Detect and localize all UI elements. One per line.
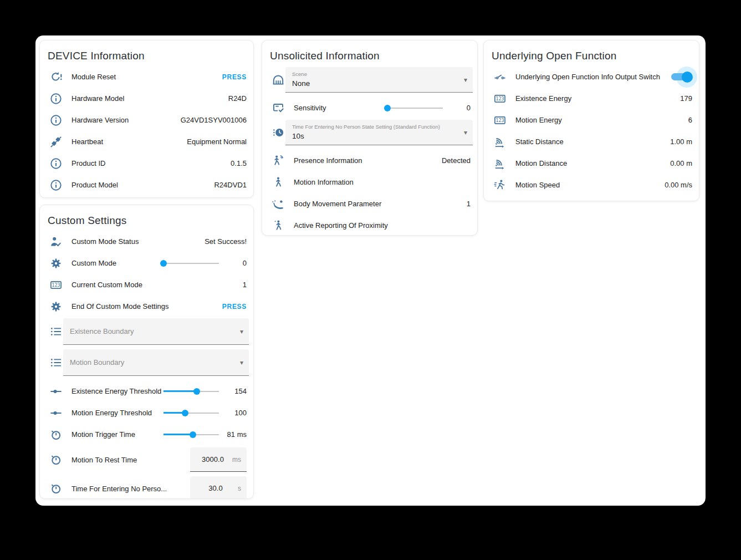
list-bulleted-icon	[49, 356, 63, 369]
unsolicited-information-title: Unsolicited Information	[262, 40, 477, 66]
motion-energy-threshold-slider[interactable]	[163, 409, 219, 417]
custom-mode-slider[interactable]	[163, 259, 219, 267]
existence-boundary-select[interactable]: Existence Boundary ▾	[63, 318, 249, 345]
motion-distance-row: Motion Distance 0.00 m	[484, 152, 699, 174]
motion-distance-value: 0.00 m	[670, 159, 692, 167]
motion-energy-threshold-row: Motion Energy Threshold 100	[40, 402, 253, 424]
underlying-open-function-card: Underlying Open Function Underlying Open…	[483, 40, 699, 201]
numeric-icon	[49, 278, 63, 292]
signal-distance-icon	[493, 135, 507, 149]
underlying-switch-label: Underlying Open Function Info Output Swi…	[515, 73, 667, 81]
product-model-label: Product Model	[71, 181, 214, 189]
motion-energy-label: Motion Energy	[515, 116, 688, 124]
presence-information-row: Presence Information Detected	[262, 150, 477, 171]
end-of-custom-mode-press-button[interactable]: PRESS	[222, 303, 247, 310]
motion-boundary-placeholder: Motion Boundary	[70, 358, 124, 366]
clock-dots-icon	[272, 126, 285, 139]
motion-energy-threshold-label: Motion Energy Threshold	[71, 409, 163, 417]
product-model-value: R24DVD1	[214, 181, 247, 189]
motion-to-rest-time-input[interactable]	[196, 455, 230, 464]
account-check-icon	[49, 235, 63, 248]
timer-icon	[49, 428, 63, 441]
body-movement-parameter-label: Body Movement Parameter	[294, 200, 467, 208]
custom-mode-status-label: Custom Mode Status	[71, 237, 205, 246]
chevron-down-icon: ▾	[240, 359, 243, 366]
electric-switch-icon	[493, 70, 507, 84]
motion-speed-value: 0.00 m/s	[665, 181, 692, 189]
sensitivity-label: Sensitivity	[294, 104, 387, 112]
custom-mode-label: Custom Mode	[71, 259, 163, 267]
slider-icon	[49, 385, 63, 398]
motion-information-row: Motion Information	[262, 171, 477, 193]
presence-information-label: Presence Information	[294, 156, 442, 165]
motion-energy-value: 6	[688, 116, 692, 124]
device-information-title: DEVICE Information	[40, 40, 253, 66]
motion-speed-row: Motion Speed 0.00 m/s	[484, 174, 699, 196]
gear-icon	[49, 300, 63, 313]
hardware-model-row: Hardware Model R24D	[40, 88, 253, 109]
existence-energy-threshold-slider[interactable]	[163, 388, 219, 395]
time-entering-no-person-label: Time For Entering No Perso...	[71, 485, 190, 493]
scene-select[interactable]: Scene None ▾	[285, 67, 473, 93]
info-icon	[49, 179, 63, 192]
product-model-row: Product Model R24DVD1	[40, 174, 253, 196]
motion-trigger-time-row: Motion Trigger Time 81 ms	[40, 424, 253, 445]
motion-to-rest-time-field: ms	[190, 447, 247, 472]
slider-icon	[49, 406, 63, 420]
hardware-version-label: Hardware Version	[71, 116, 181, 124]
static-distance-row: Static Distance 1.00 m	[484, 131, 699, 152]
time-entering-no-person-field: s	[190, 476, 247, 499]
motion-to-rest-time-unit: ms	[232, 456, 241, 464]
walk-proximity-icon	[272, 219, 285, 232]
module-reset-press-button[interactable]: PRESS	[222, 73, 247, 81]
product-id-label: Product ID	[71, 159, 231, 167]
active-reporting-proximity-label: Active Reporting Of Proximity	[294, 221, 471, 230]
current-custom-mode-value: 1	[243, 281, 247, 289]
restart-alert-icon	[49, 70, 63, 84]
gear-icon	[49, 257, 63, 270]
time-entering-no-person-input[interactable]	[196, 483, 236, 493]
dome-scene-icon	[272, 73, 285, 86]
motion-boundary-select[interactable]: Motion Boundary ▾	[63, 349, 249, 376]
underlying-output-toggle[interactable]	[671, 72, 691, 83]
custom-settings-card: Custom Settings Custom Mode Status Set S…	[39, 205, 254, 499]
end-of-custom-mode-label: End Of Custom Mode Settings	[71, 302, 222, 310]
sensitivity-row: Sensitivity 0	[262, 97, 477, 119]
motion-trigger-time-label: Motion Trigger Time	[71, 430, 163, 439]
walk-icon	[272, 176, 285, 189]
motion-energy-threshold-value: 100	[223, 409, 247, 417]
list-bulleted-icon	[49, 325, 63, 338]
scene-select-value: None	[292, 79, 456, 88]
hardware-model-value: R24D	[228, 94, 247, 103]
app-panel: DEVICE Information Module Reset PRESS Ha…	[35, 35, 706, 506]
custom-settings-title: Custom Settings	[40, 205, 253, 231]
time-no-person-state-select[interactable]: Time For Entering No Person State Settin…	[285, 120, 473, 145]
time-no-person-state-value: 10s	[292, 132, 456, 140]
chevron-down-icon: ▾	[464, 129, 467, 136]
sensitivity-slider[interactable]	[387, 104, 443, 112]
hardware-model-label: Hardware Model	[71, 94, 228, 103]
existence-energy-row: Existence Energy 179	[484, 88, 699, 109]
heartbeat-value: Equipment Normal	[187, 138, 247, 146]
current-custom-mode-row: Current Custom Mode 1	[40, 274, 253, 296]
existence-energy-label: Existence Energy	[515, 94, 680, 103]
info-icon	[49, 92, 63, 105]
current-custom-mode-label: Current Custom Mode	[71, 281, 243, 289]
walk-detect-icon	[272, 154, 285, 167]
run-fast-icon	[493, 179, 507, 192]
custom-mode-status-value: Set Success!	[205, 237, 247, 246]
existence-boundary-placeholder: Existence Boundary	[70, 327, 134, 335]
hardware-version-value: G24VD1SYV001006	[181, 116, 247, 124]
motion-information-label: Motion Information	[294, 178, 471, 186]
underlying-open-function-title: Underlying Open Function	[484, 40, 699, 66]
numeric-icon	[493, 92, 507, 105]
connection-plug-icon	[49, 135, 63, 149]
existence-energy-threshold-label: Existence Energy Threshold	[71, 387, 163, 395]
toggle-knob	[682, 72, 693, 83]
timer-icon	[49, 482, 63, 495]
existence-energy-threshold-row: Existence Energy Threshold 154	[40, 380, 253, 402]
motion-energy-row: Motion Energy 6	[484, 109, 699, 131]
static-distance-value: 1.00 m	[670, 138, 692, 146]
motion-trigger-time-slider[interactable]	[163, 431, 219, 439]
body-movement-parameter-value: 1	[467, 200, 471, 208]
